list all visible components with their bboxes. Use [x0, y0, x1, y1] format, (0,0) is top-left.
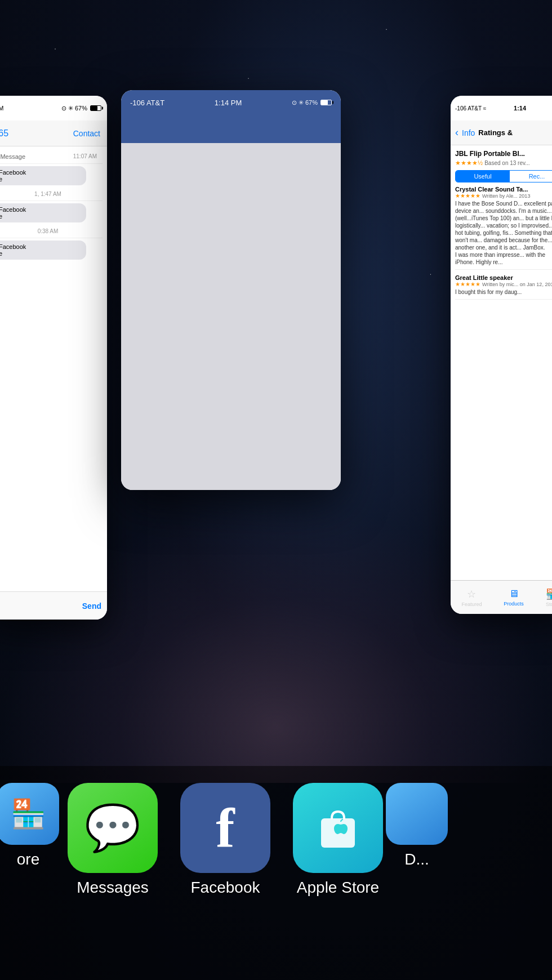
messages-navbar: -65 Contact	[0, 121, 107, 146]
fb-battery: 67%	[305, 99, 318, 106]
dock-item-partial[interactable]: 🏪 ore	[0, 783, 56, 868]
partial-label: ore	[17, 850, 39, 868]
app-review-count: Based on 13 rev...	[484, 160, 529, 166]
review-stars-row-2: ★★★★★ Written by mic... on Jan 12, 201..…	[455, 281, 552, 287]
tab-featured[interactable]: ☆ Featured	[461, 588, 482, 607]
segment-recent[interactable]: Rec...	[510, 171, 552, 182]
partial-right-label: D...	[404, 850, 429, 868]
message-bubble-2: Facebooke	[0, 203, 86, 222]
message-time-3: 0:38 AM	[0, 228, 97, 234]
message-time-row-2: 1, 1:47 AM	[0, 188, 103, 201]
review-item-1: Crystal Clear Sound Ta... ★★★★★ Written …	[455, 186, 552, 270]
dock-icons-container: 🏪 ore 💬 Messages f Facebook	[0, 783, 552, 897]
message-time-1: 11:07 AM	[73, 153, 97, 159]
review-title-2: Great Little speaker	[455, 274, 552, 281]
fb-bt-icon: ✳	[299, 99, 304, 106]
dock: 🏪 ore 💬 Messages f Facebook	[0, 766, 552, 980]
alarm-icon: ⊙	[61, 105, 66, 112]
message-bubble-3: Facebooke	[0, 240, 86, 260]
partial-icon-symbol: 🏪	[11, 798, 46, 830]
app-name: JBL Flip Portable Bl...	[455, 150, 552, 158]
message-time-row-3: 0:38 AM	[0, 225, 103, 238]
facebook-icon-symbol: f	[216, 796, 234, 861]
store-icon: 🏪	[546, 588, 552, 600]
app-rating-row: ★★★★½ Based on 13 rev...	[455, 159, 552, 167]
review-stars-1: ★★★★★	[455, 193, 480, 199]
message-input-bar: Send	[0, 591, 107, 620]
fb-battery-icon	[320, 100, 332, 105]
fb-status-icons: ⊙ ✳ 67%	[292, 99, 332, 106]
partial-right-icon[interactable]	[386, 783, 448, 845]
back-button[interactable]: -65	[0, 128, 8, 139]
review-text-1: I have the Bose Sound D... excellent par…	[455, 200, 552, 266]
segment-useful[interactable]: Useful	[456, 171, 510, 182]
review-title-1: Crystal Clear Sound Ta...	[455, 186, 552, 193]
tab-featured-label: Featured	[461, 602, 482, 607]
battery-icon	[90, 105, 101, 111]
appstore-content: JBL Flip Portable Bl... ★★★★½ Based on 1…	[451, 145, 552, 585]
app-stars: ★★★★½	[455, 159, 483, 167]
messages-content: 11:07 AM iMessage Facebooke 1, 1:47 AM F…	[0, 146, 107, 265]
appstore-tabbar: ☆ Featured 🖥 Products 🏪 Sto...	[451, 580, 552, 614]
facebook-app-icon[interactable]: f	[180, 783, 270, 873]
tab-store-label: Sto...	[546, 602, 552, 607]
review-author-1: Written by Ale... 2013	[482, 193, 530, 199]
apple-store-app-icon[interactable]	[293, 783, 383, 873]
bluetooth-icon: ✳	[68, 105, 73, 112]
dock-item-facebook[interactable]: f Facebook	[169, 783, 282, 897]
dock-item-apple-store[interactable]: Apple Store	[282, 783, 394, 897]
apple-store-label: Apple Store	[297, 879, 379, 897]
fb-alarm-icon: ⊙	[292, 99, 297, 106]
as-info-button[interactable]: Info	[462, 128, 475, 137]
review-item-2: Great Little speaker ★★★★★ Written by mi…	[455, 274, 552, 300]
as-back-arrow[interactable]: ‹	[455, 127, 458, 139]
messages-label: Messages	[77, 879, 149, 897]
apple-store-icon-svg	[313, 803, 363, 853]
message-time-2: 1, 1:47 AM	[0, 191, 97, 197]
facebook-navbar	[121, 115, 341, 143]
tab-products[interactable]: 🖥 Products	[504, 588, 524, 607]
review-text-2: I bought this for my daug...	[455, 288, 552, 296]
segment-control[interactable]: Useful Rec...	[455, 170, 552, 182]
tab-store[interactable]: 🏪 Sto...	[546, 588, 552, 607]
send-button[interactable]: Send	[82, 602, 101, 611]
as-ratings-tab: Ratings &	[478, 128, 513, 137]
message-header-row: 11:07 AM iMessage	[0, 150, 103, 164]
review-stars-row-1: ★★★★★ Written by Ale... 2013	[455, 193, 552, 199]
facebook-statusbar: -106 AT&T 1:14 PM ⊙ ✳ 67%	[121, 90, 341, 115]
contact-button[interactable]: Contact	[73, 129, 100, 138]
message-bubble-1: Facebooke	[0, 166, 86, 185]
phone-facebook: -106 AT&T 1:14 PM ⊙ ✳ 67%	[121, 90, 341, 490]
facebook-content	[121, 143, 341, 490]
appstore-statusbar: -106 AT&T ≈ 1:14 ⊙ ✳	[451, 96, 552, 121]
signal-strength: PM	[0, 105, 4, 112]
featured-icon: ☆	[467, 588, 476, 600]
as-signal: -106 AT&T ≈	[455, 105, 486, 112]
dock-item-messages[interactable]: 💬 Messages	[56, 783, 169, 897]
messages-icon-symbol: 💬	[84, 801, 141, 854]
status-icons: ⊙ ✳ 67%	[61, 105, 101, 112]
products-icon: 🖥	[509, 588, 519, 600]
fb-time: 1:14 PM	[215, 99, 242, 107]
tab-products-label: Products	[504, 601, 524, 607]
review-stars-2: ★★★★★	[455, 281, 480, 287]
phone-messages: PM ⊙ ✳ 67% -65 Contact 11:07 AM iMessage…	[0, 96, 107, 620]
fb-signal: -106 AT&T	[130, 99, 164, 107]
review-author-2: Written by mic... on Jan 12, 201...	[482, 282, 552, 287]
messages-app-icon[interactable]: 💬	[68, 783, 158, 873]
messages-statusbar: PM ⊙ ✳ 67%	[0, 96, 107, 121]
facebook-label: Facebook	[191, 879, 260, 897]
appstore-navbar: ‹ Info Ratings &	[451, 121, 552, 145]
dock-item-partial-right[interactable]: D...	[394, 783, 439, 868]
phone-appstore: -106 AT&T ≈ 1:14 ⊙ ✳ ‹ Info Ratings & JB…	[451, 96, 552, 614]
as-time: 1:14	[514, 105, 526, 112]
partial-app-icon[interactable]: 🏪	[0, 783, 59, 845]
battery-percent: 67%	[75, 105, 87, 112]
